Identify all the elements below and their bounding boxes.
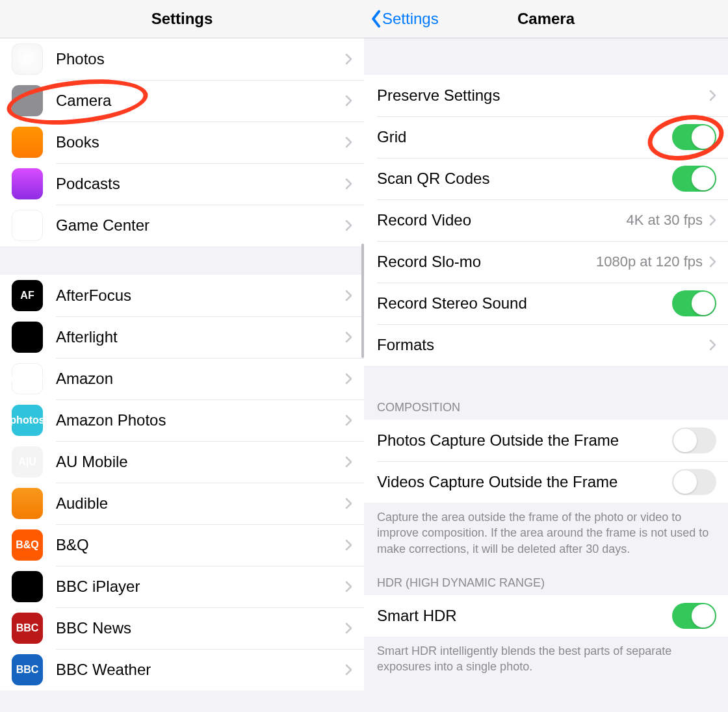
podcasts-icon: [12, 168, 43, 199]
chevron-right-icon: [345, 539, 352, 551]
composition-header: COMPOSITION: [364, 366, 728, 420]
audible-icon: [12, 488, 43, 519]
settings-row-label: AU Mobile: [56, 453, 345, 471]
settings-row-bbc-iplayer[interactable]: BBC iPlayer: [0, 566, 364, 607]
bbc-news-icon: BBC: [12, 613, 43, 644]
record-slomo-row[interactable]: Record Slo-mo 1080p at 120 fps: [364, 241, 728, 283]
videos-outside-toggle[interactable]: [672, 469, 716, 495]
scan-qr-toggle[interactable]: [672, 166, 716, 192]
stereo-sound-toggle[interactable]: [672, 290, 716, 316]
settings-row-label: Amazon Photos: [56, 411, 345, 429]
settings-row-label: Afterlight: [56, 328, 345, 346]
chevron-right-icon: [345, 622, 352, 634]
grid-label: Grid: [377, 128, 672, 146]
photos-outside-label: Photos Capture Outside the Frame: [377, 431, 672, 450]
section-gap: [0, 246, 364, 275]
camera-title: Camera: [517, 10, 575, 28]
books-icon: [12, 127, 43, 158]
preserve-settings-row[interactable]: Preserve Settings: [364, 75, 728, 116]
settings-row-books[interactable]: Books: [0, 121, 364, 163]
chevron-right-icon: [345, 498, 352, 509]
record-slomo-label: Record Slo-mo: [377, 253, 596, 271]
hdr-header: HDR (HIGH DYNAMIC RANGE): [364, 565, 728, 595]
bbc-iplayer-icon: [12, 571, 43, 602]
settings-pane: Settings PhotosCameraBooksPodcastsGame C…: [0, 0, 364, 712]
chevron-right-icon: [345, 95, 352, 107]
chevron-right-icon: [345, 414, 352, 426]
settings-row-afterfocus[interactable]: AFAfterFocus: [0, 275, 364, 316]
settings-row-label: Game Center: [56, 216, 345, 235]
chevron-right-icon: [345, 178, 352, 190]
settings-row-amazon[interactable]: amazonAmazon: [0, 358, 364, 400]
settings-row-label: BBC Weather: [56, 661, 345, 679]
settings-row-au-mobile[interactable]: A|UAU Mobile: [0, 441, 364, 483]
settings-title: Settings: [151, 10, 213, 28]
amazon-icon: amazon: [12, 363, 43, 394]
camera-icon: [12, 85, 43, 116]
stereo-sound-row[interactable]: Record Stereo Sound: [364, 283, 728, 324]
scan-qr-row[interactable]: Scan QR Codes: [364, 158, 728, 199]
settings-row-label: BBC iPlayer: [56, 578, 345, 596]
smart-hdr-row[interactable]: Smart HDR: [364, 595, 728, 637]
settings-row-podcasts[interactable]: Podcasts: [0, 163, 364, 205]
composition-footer: Capture the area outside the frame of th…: [364, 503, 728, 565]
settings-row-game-center[interactable]: Game Center: [0, 205, 364, 246]
chevron-right-icon: [709, 214, 716, 226]
settings-row-amazon-photos[interactable]: photosAmazon Photos: [0, 400, 364, 441]
settings-row-label: AfterFocus: [56, 286, 345, 305]
grid-toggle[interactable]: [672, 124, 716, 150]
chevron-right-icon: [345, 290, 352, 301]
settings-row-photos[interactable]: Photos: [0, 38, 364, 80]
settings-row-label: Camera: [56, 92, 345, 110]
grid-row[interactable]: Grid: [364, 116, 728, 158]
settings-row-label: BBC News: [56, 619, 345, 637]
settings-row-bbc-news[interactable]: BBCBBC News: [0, 607, 364, 649]
back-button[interactable]: Settings: [370, 10, 439, 28]
chevron-right-icon: [345, 220, 352, 231]
settings-row-label: Amazon: [56, 370, 345, 388]
afterfocus-icon: AF: [12, 280, 43, 311]
photos-outside-toggle[interactable]: [672, 427, 716, 453]
smart-hdr-label: Smart HDR: [377, 607, 672, 625]
chevron-right-icon: [345, 581, 352, 592]
settings-list[interactable]: PhotosCameraBooksPodcastsGame Center AFA…: [0, 38, 364, 712]
chevron-right-icon: [709, 339, 716, 351]
camera-settings-pane: Settings Camera Preserve Settings Grid S…: [364, 0, 728, 712]
photos-outside-row[interactable]: Photos Capture Outside the Frame: [364, 420, 728, 461]
back-label: Settings: [382, 10, 439, 28]
chevron-right-icon: [345, 53, 352, 65]
chevron-right-icon: [345, 373, 352, 385]
videos-outside-label: Videos Capture Outside the Frame: [377, 473, 672, 491]
settings-row-audible[interactable]: Audible: [0, 483, 364, 524]
settings-row-label: Photos: [56, 50, 345, 68]
hdr-footer: Smart HDR intelligently blends the best …: [364, 637, 728, 683]
record-slomo-detail: 1080p at 120 fps: [596, 253, 703, 270]
stereo-sound-label: Record Stereo Sound: [377, 294, 672, 312]
game-center-icon: [12, 210, 43, 241]
camera-settings-list[interactable]: Preserve Settings Grid Scan QR Codes Rec…: [364, 38, 728, 712]
settings-row-label: B&Q: [56, 536, 345, 554]
settings-row-b-and-q[interactable]: B&QB&Q: [0, 524, 364, 566]
record-video-detail: 4K at 30 fps: [627, 212, 703, 229]
bbc-weather-icon: BBC: [12, 654, 43, 685]
record-video-row[interactable]: Record Video 4K at 30 fps: [364, 199, 728, 241]
camera-navbar: Settings Camera: [364, 0, 728, 38]
smart-hdr-toggle[interactable]: [672, 603, 716, 629]
settings-row-bbc-weather[interactable]: BBCBBC Weather: [0, 649, 364, 691]
chevron-right-icon: [709, 90, 716, 101]
settings-row-camera[interactable]: Camera: [0, 80, 364, 121]
formats-row[interactable]: Formats: [364, 324, 728, 366]
videos-outside-row[interactable]: Videos Capture Outside the Frame: [364, 461, 728, 503]
settings-row-label: Audible: [56, 494, 345, 513]
afterlight-icon: [12, 322, 43, 353]
scan-qr-label: Scan QR Codes: [377, 170, 672, 188]
chevron-right-icon: [345, 664, 352, 676]
settings-row-label: Books: [56, 133, 345, 151]
photos-icon: [12, 44, 43, 75]
settings-row-afterlight[interactable]: Afterlight: [0, 316, 364, 358]
settings-row-label: Podcasts: [56, 175, 345, 193]
chevron-left-icon: [370, 10, 381, 28]
chevron-right-icon: [709, 256, 716, 268]
amazon-photos-icon: photos: [12, 405, 43, 436]
chevron-right-icon: [345, 136, 352, 148]
